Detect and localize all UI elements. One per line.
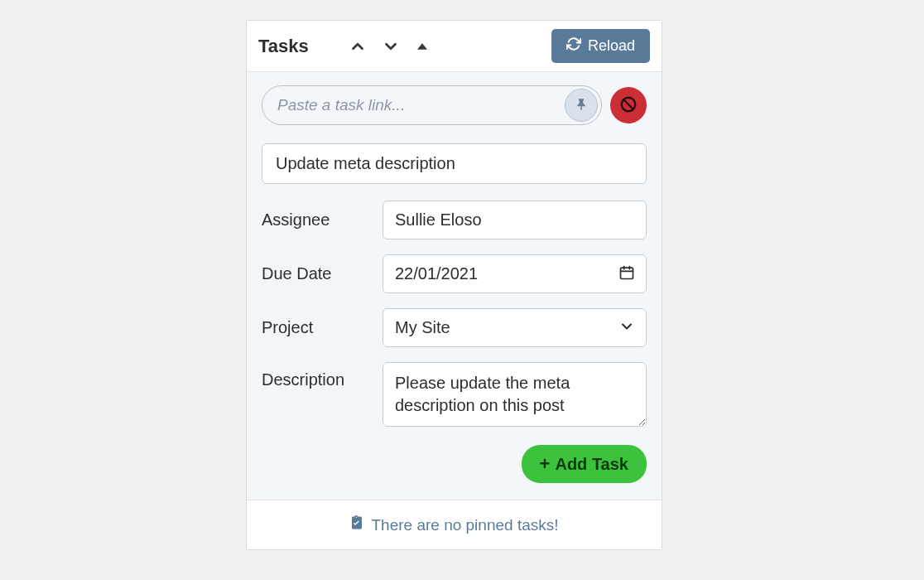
task-link-input[interactable] (277, 96, 565, 114)
project-select[interactable]: My Site (383, 308, 647, 347)
cancel-icon (619, 95, 638, 116)
svg-marker-0 (417, 43, 427, 50)
task-title-input[interactable] (262, 143, 647, 184)
assignee-input[interactable] (383, 201, 647, 239)
description-label: Description (262, 362, 371, 389)
reload-label: Reload (588, 37, 635, 55)
svg-line-2 (624, 99, 633, 109)
add-task-button[interactable]: + Add Task (522, 445, 647, 483)
project-row: Project My Site (262, 308, 647, 347)
panel-header: Tasks Reload (247, 21, 662, 72)
task-link-input-wrap (262, 85, 602, 125)
empty-pinned-message: There are no pinned tasks! (371, 516, 558, 534)
assignee-row: Assignee (262, 201, 647, 239)
cancel-button[interactable] (610, 87, 647, 123)
description-row: Description (262, 362, 647, 430)
chevron-up-icon[interactable] (349, 37, 367, 56)
panel-nav-arrows (349, 37, 545, 56)
project-label: Project (262, 318, 371, 337)
add-task-label: Add Task (555, 455, 628, 474)
task-link-row (262, 85, 647, 125)
panel-title: Tasks (258, 36, 309, 57)
due-date-input[interactable] (383, 254, 647, 293)
panel-footer: There are no pinned tasks! (247, 500, 662, 549)
tasks-panel: Tasks Reload (246, 20, 662, 550)
assignee-label: Assignee (262, 210, 371, 230)
reload-icon (566, 36, 581, 56)
clipboard-icon (349, 515, 364, 534)
pin-button[interactable] (565, 89, 598, 122)
reload-button[interactable]: Reload (551, 29, 650, 63)
due-date-label: Due Date (262, 264, 371, 283)
due-date-row: Due Date (262, 254, 647, 293)
description-textarea[interactable] (383, 362, 647, 427)
chevron-down-icon[interactable] (382, 37, 400, 56)
plus-icon: + (540, 453, 551, 475)
add-task-row: + Add Task (262, 445, 647, 500)
collapse-icon[interactable] (415, 39, 430, 54)
pin-icon (574, 97, 589, 114)
panel-body: Assignee Due Date Project My Site (247, 72, 662, 500)
